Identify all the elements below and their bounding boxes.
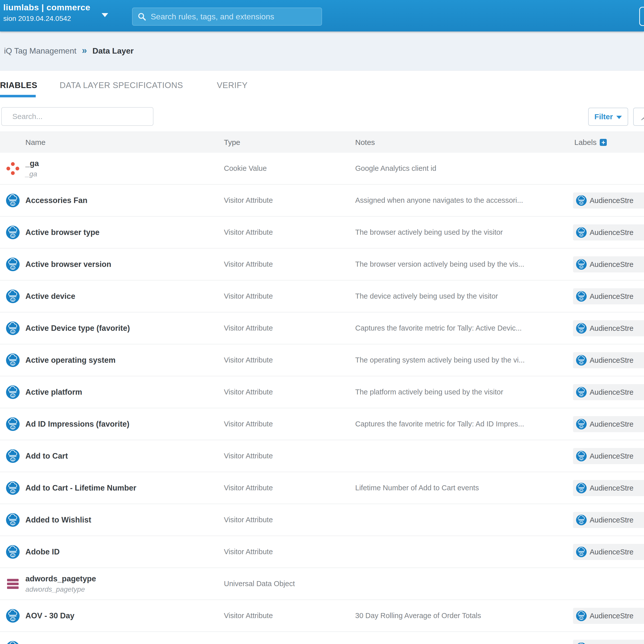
variable-type-icon-cell — [6, 568, 20, 599]
variable-name[interactable]: Add to Cart - Lifetime Number — [25, 484, 136, 493]
table-row[interactable]: Active browser type Visitor Attribute Th… — [0, 217, 644, 249]
table-row[interactable]: Add to Cart - Lifetime Number Visitor At… — [0, 472, 644, 504]
variable-name[interactable]: Active device — [25, 292, 75, 301]
variable-name[interactable]: Add to Cart — [25, 452, 68, 461]
table-row[interactable]: Adobe ID Visitor Attribute AudienceStre — [0, 536, 644, 568]
variable-name[interactable]: adwords_pagetype — [25, 574, 96, 583]
label-chip-text: AudienceStre — [590, 420, 633, 428]
label-chip-text: AudienceStre — [590, 260, 633, 269]
page-title: Data Layer — [93, 46, 134, 56]
variable-name[interactable]: Active operating system — [25, 356, 115, 365]
label-chip[interactable]: AudienceStre — [573, 352, 644, 368]
breadcrumb-section[interactable]: iQ Tag Management — [4, 46, 76, 56]
variable-type: Visitor Attribute — [224, 249, 273, 280]
variable-name[interactable]: AOV - 30 Day — [25, 611, 74, 620]
variable-name-cell: Active device — [25, 280, 75, 312]
column-header-type[interactable]: Type — [224, 132, 240, 153]
header-action-button[interactable] — [639, 7, 644, 26]
variable-name[interactable]: _ga — [25, 159, 39, 168]
add-label-icon[interactable]: + — [600, 139, 607, 146]
variable-name[interactable]: Added to Wishlist — [25, 515, 91, 525]
label-chip[interactable]: AudienceStre — [573, 512, 644, 528]
variable-type: Visitor Attribute — [224, 185, 273, 216]
table-row[interactable]: AOV - 60 Day Visitor Attribute 60 Day Ro… — [0, 632, 644, 644]
variable-type: Visitor Attribute — [224, 472, 273, 504]
breadcrumb-separator-icon: » — [82, 45, 87, 57]
variable-notes: The device actively being used by the vi… — [355, 280, 498, 312]
variable-type: Visitor Attribute — [224, 536, 273, 568]
table-row[interactable]: Active operating system Visitor Attribut… — [0, 344, 644, 376]
label-chip[interactable]: AudienceStre — [573, 416, 644, 432]
tab-bar: RIABLES DATA LAYER SPECIFICATIONS VERIFY — [0, 70, 644, 107]
account-profile-label: liumlabs | commerce — [3, 3, 90, 12]
variable-type-icon-cell — [6, 344, 20, 376]
variable-name-cell: Adobe ID — [25, 536, 60, 568]
table-row[interactable]: Ad ID Impressions (favorite) Visitor Att… — [0, 408, 644, 440]
variable-type: Visitor Attribute — [224, 440, 273, 472]
label-chip[interactable]: AudienceStre — [573, 480, 644, 496]
table-row[interactable]: Added to Wishlist Visitor Attribute Audi… — [0, 504, 644, 536]
audiencestream-icon — [6, 513, 20, 527]
table-row[interactable]: _ga _ga Cookie Value Google Analytics cl… — [0, 153, 644, 185]
label-chip[interactable]: AudienceStre — [573, 256, 644, 272]
variable-name-cell: Active platform — [25, 376, 82, 408]
audiencestream-chip-icon — [576, 419, 587, 429]
label-chip[interactable]: AudienceStre — [573, 288, 644, 304]
table-row[interactable]: AOV - 30 Day Visitor Attribute 30 Day Ro… — [0, 600, 644, 632]
variable-name[interactable]: Active browser version — [25, 260, 111, 269]
audiencestream-icon — [6, 481, 20, 495]
variable-type-icon-cell — [6, 153, 20, 184]
edit-button[interactable] — [633, 108, 644, 126]
variable-name-cell: AOV - 60 Day — [25, 632, 74, 644]
label-chip-text: AudienceStre — [590, 228, 633, 237]
audiencestream-icon — [6, 353, 20, 367]
table-row[interactable]: Active browser version Visitor Attribute… — [0, 249, 644, 280]
variable-type-icon-cell — [6, 280, 20, 312]
column-header-name[interactable]: Name — [25, 132, 46, 153]
tab-data-layer-specifications[interactable]: DATA LAYER SPECIFICATIONS — [60, 81, 183, 90]
list-toolbar: Search... Filter — [0, 107, 644, 132]
label-chip[interactable]: AudienceStre — [573, 320, 644, 336]
variable-name[interactable]: AOV - 60 Day — [25, 643, 74, 644]
label-chip[interactable]: AudienceStre — [573, 192, 644, 209]
label-chip[interactable]: AudienceStre — [573, 640, 644, 644]
column-header-notes[interactable]: Notes — [355, 132, 375, 153]
tab-verify[interactable]: VERIFY — [217, 81, 248, 90]
account-profile-switcher[interactable]: liumlabs | commerce sion 2019.04.24.0542 — [3, 3, 90, 23]
table-row[interactable]: Accessories Fan Visitor Attribute Assign… — [0, 185, 644, 217]
label-chip[interactable]: AudienceStre — [573, 224, 644, 240]
variable-type: Visitor Attribute — [224, 504, 273, 536]
variable-name-cell: Ad ID Impressions (favorite) — [25, 408, 129, 440]
variable-name[interactable]: Active platform — [25, 388, 82, 397]
table-row[interactable]: Active platform Visitor Attribute The pl… — [0, 376, 644, 408]
variables-search-input[interactable]: Search... — [1, 107, 153, 126]
table-row[interactable]: Add to Cart Visitor Attribute AudienceSt… — [0, 440, 644, 472]
table-row[interactable]: Active device Visitor Attribute The devi… — [0, 280, 644, 312]
audiencestream-chip-icon — [576, 259, 587, 270]
variable-name-cell: Add to Cart - Lifetime Number — [25, 472, 136, 504]
audiencestream-icon — [6, 385, 20, 399]
audiencestream-chip-icon — [576, 387, 587, 397]
variable-notes: The browser actively being used by the v… — [355, 217, 503, 248]
variable-name[interactable]: Accessories Fan — [25, 196, 87, 205]
variable-name[interactable]: Ad ID Impressions (favorite) — [25, 420, 129, 429]
label-chip[interactable]: AudienceStre — [573, 544, 644, 560]
variable-type: Visitor Attribute — [224, 217, 273, 248]
pencil-icon — [639, 112, 644, 122]
filter-button[interactable]: Filter — [588, 108, 628, 126]
variable-type: Visitor Attribute — [224, 632, 273, 644]
label-chip[interactable]: AudienceStre — [573, 608, 644, 624]
variable-name[interactable]: Active Device type (favorite) — [25, 324, 130, 333]
profile-dropdown-caret-icon[interactable] — [102, 13, 108, 17]
variable-type-icon-cell — [6, 536, 20, 568]
variable-name[interactable]: Adobe ID — [25, 547, 60, 556]
global-search-input[interactable]: Search rules, tags, and extensions — [132, 8, 322, 26]
label-chip[interactable]: AudienceStre — [573, 384, 644, 400]
label-chip[interactable]: AudienceStre — [573, 448, 644, 464]
table-row[interactable]: adwords_pagetype adwords_pagetype Univer… — [0, 568, 644, 600]
audiencestream-icon — [6, 290, 20, 303]
table-row[interactable]: Active Device type (favorite) Visitor At… — [0, 312, 644, 344]
variable-name[interactable]: Active browser type — [25, 228, 100, 237]
variable-notes: The platform actively being used by the … — [355, 376, 503, 408]
tab-variables[interactable]: RIABLES — [0, 81, 37, 90]
